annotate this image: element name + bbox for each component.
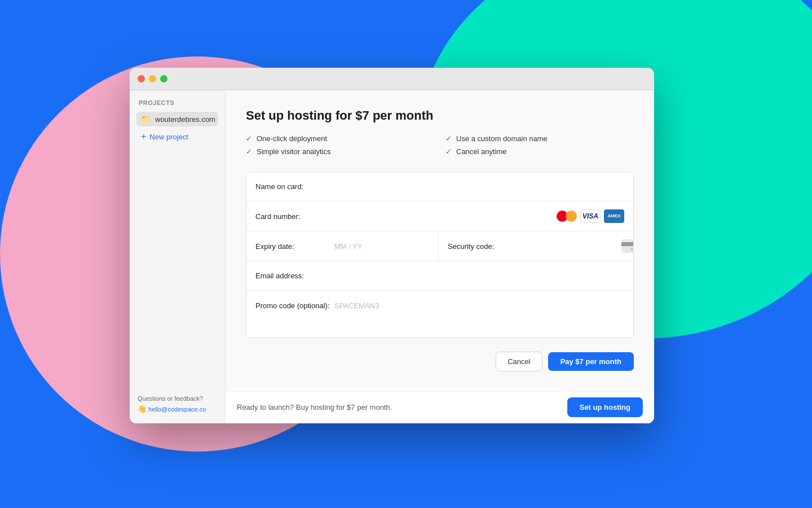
expiry-field: Expiry date:	[246, 231, 439, 261]
email-address-input[interactable]	[334, 271, 624, 280]
feature-item-1: ✓ Use a custom domain name	[445, 134, 634, 143]
sidebar: Projects 📁 wouterdebres.com + New projec…	[130, 90, 226, 423]
security-card-icon	[621, 239, 634, 253]
card-number-label: Card number:	[255, 212, 334, 221]
new-project-button[interactable]: + New project	[136, 129, 218, 144]
payment-form: Name on card: Card number: VISA	[246, 172, 634, 338]
bottom-bar: Ready to launch? Buy hosting for $7 per …	[226, 391, 654, 423]
main-content: ☰ or you at ith sass e using bsite in lo…	[226, 90, 654, 423]
modal-actions: Cancel Pay $7 per month	[246, 352, 634, 371]
check-icon-2: ✓	[246, 147, 252, 156]
security-code-input[interactable]	[527, 242, 621, 251]
feature-item-2: ✓ Simple visitor analytics	[246, 147, 434, 156]
feature-text-3: Cancel anytime	[456, 147, 507, 156]
promo-code-row: Promo code (optional):	[246, 291, 633, 320]
card-number-row: Card number: VISA AMEX	[246, 202, 633, 231]
feature-text-0: One-click deployment	[257, 134, 327, 143]
security-code-label: Security code:	[448, 242, 527, 251]
modal-title: Set up hosting for $7 per month	[246, 108, 634, 123]
traffic-lights	[138, 75, 167, 82]
feedback-email-link[interactable]: hello@codespace.co	[148, 406, 206, 413]
setup-hosting-button[interactable]: Set up hosting	[567, 397, 643, 417]
check-icon-0: ✓	[246, 134, 252, 143]
feature-text-2: Simple visitor analytics	[257, 147, 331, 156]
feedback-question: Questions or feedback?	[138, 394, 218, 404]
visa-icon: VISA	[580, 209, 601, 223]
name-on-card-input[interactable]	[334, 182, 624, 191]
card-icons: VISA AMEX	[557, 209, 624, 223]
feature-item-0: ✓ One-click deployment	[246, 134, 434, 143]
name-on-card-row: Name on card:	[246, 172, 633, 202]
feature-item-3: ✓ Cancel anytime	[445, 147, 634, 156]
sidebar-project-name: wouterdebres.com	[155, 115, 215, 124]
expiry-security-row: Expiry date: Security code:	[246, 231, 633, 261]
window-body: Projects 📁 wouterdebres.com + New projec…	[130, 90, 654, 423]
folder-icon: 📁	[141, 115, 151, 124]
feedback-emoji: 👋	[138, 405, 147, 413]
modal-dialog: Set up hosting for $7 per month ✓ One-cl…	[226, 90, 654, 389]
feature-list: ✓ One-click deployment ✓ Use a custom do…	[246, 134, 634, 156]
promo-code-input[interactable]	[334, 301, 624, 310]
feature-text-1: Use a custom domain name	[456, 134, 548, 143]
sidebar-footer: Questions or feedback? 👋 hello@codespace…	[130, 385, 226, 423]
plus-icon: +	[141, 132, 146, 142]
email-address-label: Email address:	[255, 271, 334, 280]
check-icon-3: ✓	[445, 147, 452, 156]
expiry-date-label: Expiry date:	[255, 242, 334, 251]
mastercard-icon	[557, 209, 577, 223]
title-bar	[130, 68, 654, 90]
close-button[interactable]	[138, 75, 145, 82]
promo-code-label: Promo code (optional):	[255, 301, 334, 310]
pay-button[interactable]: Pay $7 per month	[548, 352, 634, 371]
check-icon-1: ✓	[445, 134, 452, 143]
sidebar-item-project[interactable]: 📁 wouterdebres.com	[136, 112, 218, 126]
security-field: Security code:	[439, 231, 634, 261]
maximize-button[interactable]	[160, 75, 167, 82]
email-address-row: Email address:	[246, 261, 633, 291]
sidebar-section-label: Projects	[136, 99, 218, 106]
new-project-label: New project	[149, 133, 188, 141]
name-on-card-label: Name on card:	[255, 182, 334, 191]
cancel-button[interactable]: Cancel	[496, 352, 542, 371]
amex-icon: AMEX	[604, 209, 624, 223]
minimize-button[interactable]	[149, 75, 156, 82]
expiry-date-input[interactable]	[334, 242, 429, 251]
bottom-bar-text: Ready to launch? Buy hosting for $7 per …	[237, 403, 567, 411]
card-number-input[interactable]	[334, 212, 557, 221]
mac-window: Projects 📁 wouterdebres.com + New projec…	[130, 68, 654, 423]
